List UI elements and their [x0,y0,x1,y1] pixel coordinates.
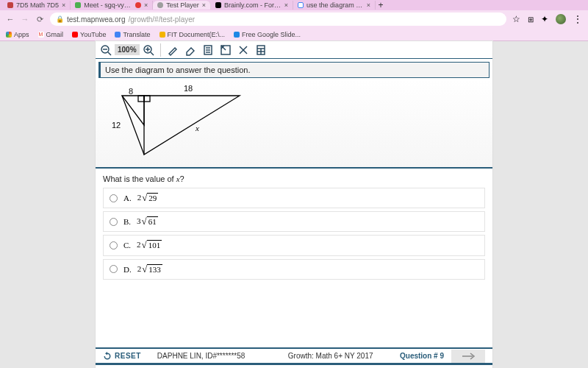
address-bar: ← → ⟳ 🔒 test.mapnwea.org/growth/#/test-p… [0,10,588,28]
diagram-label-left-lower: 12 [112,121,121,130]
answer-option-d[interactable]: D. 2√133 [103,259,485,280]
reset-icon [103,352,112,361]
test-name: Growth: Math 6+ NY 2017 [288,352,373,360]
svg-line-1 [108,52,111,55]
svg-marker-18 [122,96,144,125]
browser-tabstrip: 7D5 Math 7D5× Meet - sgq-vycm-vpy× Test … [0,0,588,10]
answer-options: A. 2√29 B. 3√61 C. 2√101 D. 2√133 [96,188,492,286]
profile-avatar[interactable] [556,14,566,24]
player-footer: RESET DAPHNE LIN, ID#*******58 Growth: M… [96,347,492,365]
zoom-in-icon[interactable] [143,44,154,56]
diagram-label-left-upper: 8 [129,87,133,96]
url-path: /growth/#/test-player [129,15,196,24]
player-toolbar: 100% [96,41,492,59]
answer-option-c[interactable]: C. 2√101 [103,235,485,255]
question-diagram: 18 8 12 x [96,78,492,169]
bookmark-item[interactable]: Free Google Slide... [234,31,301,38]
question-number: Question # 9 [400,352,444,360]
browser-tab[interactable]: Brainly.com - For students. By× [211,1,293,10]
calculator-icon[interactable] [255,44,267,56]
close-icon[interactable]: × [144,1,148,9]
puzzle-icon[interactable]: ✦ [541,14,548,24]
browser-tab-active[interactable]: Test Player× [153,1,211,10]
notepad-icon[interactable] [202,44,214,56]
diagram-label-hyp: x [195,124,199,132]
arrow-right-icon [461,353,476,360]
zoom-out-icon[interactable] [100,44,112,56]
reset-button[interactable]: RESET [103,352,141,361]
new-tab-button[interactable]: + [376,0,386,10]
back-button[interactable]: ← [6,15,15,24]
radio-icon [110,194,118,202]
svg-rect-21 [138,96,144,102]
browser-tab[interactable]: Meet - sgq-vycm-vpy× [71,1,153,10]
lock-icon: 🔒 [56,15,64,23]
instruction-banner: Use the diagram to answer the question. [98,62,490,78]
forward-button[interactable]: → [21,15,29,24]
bookmark-item[interactable]: MGmail [38,31,64,38]
svg-marker-19 [144,96,240,155]
extensions-icon[interactable]: ⊞ [528,15,534,24]
apps-button[interactable]: Apps [6,31,29,38]
bookmark-item[interactable]: FIT Document(E:\... [159,31,225,38]
question-prompt: What is the value of x? [96,169,492,188]
browser-tab[interactable]: 7D5 Math 7D5× [3,1,71,10]
url-host: test.mapnwea.org [67,15,126,24]
star-icon[interactable]: ☆ [512,14,520,24]
url-field[interactable]: 🔒 test.mapnwea.org/growth/#/test-player [50,13,506,26]
answer-option-a[interactable]: A. 2√29 [103,188,485,208]
bookmark-item[interactable]: YouTube [72,31,106,38]
answer-option-b[interactable]: B. 3√61 [103,211,485,232]
bookmark-item[interactable]: Translate [115,31,150,38]
close-icon[interactable]: × [62,1,65,9]
next-button[interactable] [451,350,485,363]
radio-icon [110,241,118,250]
ruler-icon[interactable] [220,44,232,56]
radio-icon [110,265,118,273]
menu-icon[interactable]: ⋮ [573,14,582,24]
reload-button[interactable]: ⟳ [35,15,44,24]
browser-tab[interactable]: use the diagram to help you a× [293,1,376,10]
diagram-label-top: 18 [184,84,193,93]
zoom-level: 100% [115,44,140,55]
bookmarks-bar: Apps MGmail YouTube Translate FIT Docume… [0,28,588,41]
highlighter-icon[interactable] [167,44,179,56]
eraser-icon[interactable] [184,44,196,56]
svg-line-4 [151,52,154,55]
close-icon[interactable]: × [202,1,206,9]
close-icon[interactable]: × [367,1,370,9]
svg-rect-22 [144,96,150,102]
radio-icon [110,218,118,226]
student-id: DAPHNE LIN, ID#*******58 [157,352,245,360]
strikeout-icon[interactable] [237,44,249,56]
close-icon[interactable]: × [284,1,288,9]
svg-line-20 [122,96,144,155]
test-player: 100% Use the diagram to answer the quest… [96,41,492,368]
